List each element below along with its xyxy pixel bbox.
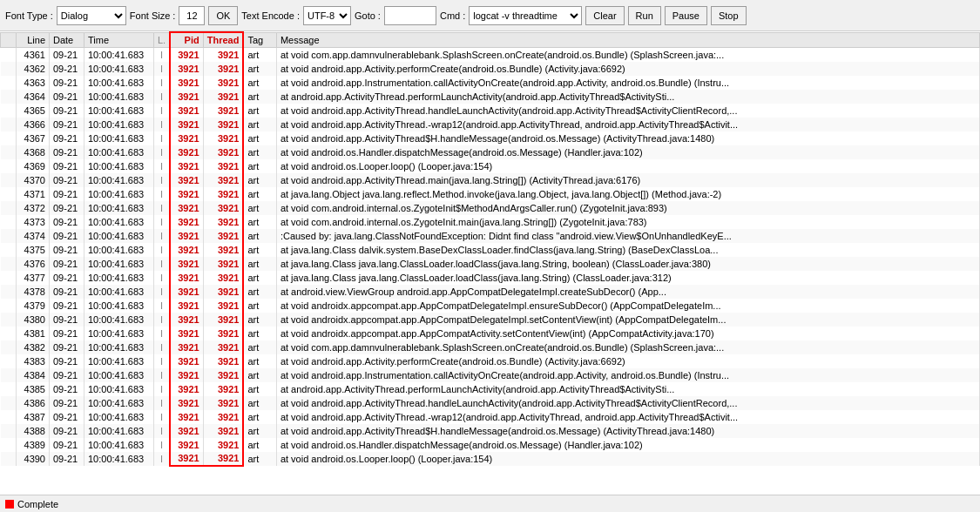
row-level: I <box>154 104 171 118</box>
row-date: 09-21 <box>50 62 84 76</box>
font-type-label: Font Type : <box>5 10 53 21</box>
row-level: I <box>154 173 171 187</box>
row-time: 10:00:41.683 <box>84 452 154 466</box>
row-thread: 3921 <box>203 159 243 173</box>
goto-input[interactable] <box>384 6 436 25</box>
row-message: at java.lang.Object java.lang.reflect.Me… <box>276 187 979 201</box>
row-pid: 3921 <box>170 173 203 187</box>
row-level: I <box>154 131 171 145</box>
row-level: I <box>154 452 171 466</box>
table-row[interactable]: 437509-2110:00:41.683I39213921art at jav… <box>1 243 980 257</box>
table-row[interactable]: 436109-2110:00:41.683I39213921art at voi… <box>1 48 980 62</box>
row-checkbox-cell <box>1 299 17 313</box>
row-checkbox-cell <box>1 424 17 438</box>
row-pid: 3921 <box>170 327 203 340</box>
row-date: 09-21 <box>50 243 84 257</box>
log-container[interactable]: Line Date Time L. Pid Thread Tag Message… <box>0 31 980 495</box>
table-row[interactable]: 438109-2110:00:41.683I39213921art at voi… <box>1 327 980 340</box>
row-date: 09-21 <box>50 48 84 62</box>
row-date: 09-21 <box>50 90 84 104</box>
row-level: I <box>154 229 171 243</box>
row-pid: 3921 <box>170 104 203 118</box>
row-date: 09-21 <box>50 145 84 159</box>
row-time: 10:00:41.683 <box>84 145 154 159</box>
row-line: 4363 <box>17 76 50 90</box>
ok-button[interactable]: OK <box>208 6 238 25</box>
row-thread: 3921 <box>203 201 243 215</box>
table-row[interactable]: 437109-2110:00:41.683I39213921art at jav… <box>1 187 980 201</box>
table-row[interactable]: 437409-2110:00:41.683I39213921art:Caused… <box>1 229 980 243</box>
table-row[interactable]: 437809-2110:00:41.683I39213921art at and… <box>1 285 980 299</box>
font-size-input[interactable] <box>179 6 205 25</box>
table-row[interactable]: 438009-2110:00:41.683I39213921art at voi… <box>1 313 980 327</box>
row-message: at void android.app.ActivityThread$H.han… <box>276 424 979 438</box>
table-row[interactable]: 438609-2110:00:41.683I39213921art at voi… <box>1 396 980 410</box>
row-pid: 3921 <box>170 229 203 243</box>
table-row[interactable]: 438709-2110:00:41.683I39213921art at voi… <box>1 410 980 424</box>
font-type-select[interactable]: Dialog <box>57 6 126 25</box>
row-date: 09-21 <box>50 131 84 145</box>
row-pid: 3921 <box>170 201 203 215</box>
row-thread: 3921 <box>203 396 243 410</box>
clear-button[interactable]: Clear <box>585 6 624 25</box>
row-line: 4388 <box>17 424 50 438</box>
row-level: I <box>154 396 171 410</box>
row-checkbox-cell <box>1 410 17 424</box>
col-header-line: Line <box>17 32 50 48</box>
table-row[interactable]: 437609-2110:00:41.683I39213921art at jav… <box>1 257 980 271</box>
row-date: 09-21 <box>50 104 84 118</box>
row-message: at android.app.ActivityThread.performLau… <box>276 90 979 104</box>
table-row[interactable]: 437909-2110:00:41.683I39213921art at voi… <box>1 299 980 313</box>
table-row[interactable]: 436909-2110:00:41.683I39213921art at voi… <box>1 159 980 173</box>
row-level: I <box>154 215 171 229</box>
row-thread: 3921 <box>203 118 243 131</box>
row-date: 09-21 <box>50 299 84 313</box>
row-checkbox-cell <box>1 313 17 327</box>
row-thread: 3921 <box>203 90 243 104</box>
row-pid: 3921 <box>170 215 203 229</box>
table-row[interactable]: 438809-2110:00:41.683I39213921art at voi… <box>1 424 980 438</box>
run-button[interactable]: Run <box>628 6 661 25</box>
table-row[interactable]: 436609-2110:00:41.683I39213921art at voi… <box>1 118 980 131</box>
row-line: 4390 <box>17 452 50 466</box>
table-row[interactable]: 437009-2110:00:41.683I39213921art at voi… <box>1 173 980 187</box>
row-pid: 3921 <box>170 187 203 201</box>
row-message: at void android.os.Handler.dispatchMessa… <box>276 145 979 159</box>
table-row[interactable]: 439009-2110:00:41.683I39213921art at voi… <box>1 452 980 466</box>
log-table: Line Date Time L. Pid Thread Tag Message… <box>0 31 980 467</box>
row-pid: 3921 <box>170 90 203 104</box>
row-tag: art <box>243 285 276 299</box>
table-row[interactable]: 436509-2110:00:41.683I39213921art at voi… <box>1 104 980 118</box>
row-level: I <box>154 145 171 159</box>
row-level: I <box>154 327 171 340</box>
table-row[interactable]: 436309-2110:00:41.683I39213921art at voi… <box>1 76 980 90</box>
row-pid: 3921 <box>170 159 203 173</box>
stop-button[interactable]: Stop <box>711 6 747 25</box>
table-row[interactable]: 437209-2110:00:41.683I39213921art at voi… <box>1 201 980 215</box>
table-row[interactable]: 436209-2110:00:41.683I39213921art at voi… <box>1 62 980 76</box>
row-tag: art <box>243 173 276 187</box>
row-line: 4370 <box>17 173 50 187</box>
row-tag: art <box>243 382 276 396</box>
row-line: 4379 <box>17 299 50 313</box>
row-time: 10:00:41.683 <box>84 118 154 131</box>
pause-button[interactable]: Pause <box>665 6 707 25</box>
row-pid: 3921 <box>170 76 203 90</box>
table-row[interactable]: 438309-2110:00:41.683I39213921art at voi… <box>1 354 980 368</box>
table-row[interactable]: 436409-2110:00:41.683I39213921art at and… <box>1 90 980 104</box>
row-date: 09-21 <box>50 173 84 187</box>
row-time: 10:00:41.683 <box>84 327 154 340</box>
table-row[interactable]: 438209-2110:00:41.683I39213921art at voi… <box>1 340 980 354</box>
table-row[interactable]: 437309-2110:00:41.683I39213921art at voi… <box>1 215 980 229</box>
row-line: 4387 <box>17 410 50 424</box>
table-row[interactable]: 438909-2110:00:41.683I39213921art at voi… <box>1 438 980 452</box>
row-line: 4389 <box>17 438 50 452</box>
text-encode-select[interactable]: UTF-8 <box>303 6 351 25</box>
table-row[interactable]: 438409-2110:00:41.683I39213921art at voi… <box>1 368 980 382</box>
table-row[interactable]: 436809-2110:00:41.683I39213921art at voi… <box>1 145 980 159</box>
cmd-select[interactable]: logcat -v threadtime <box>469 6 582 25</box>
table-row[interactable]: 436709-2110:00:41.683I39213921art at voi… <box>1 131 980 145</box>
table-row[interactable]: 438509-2110:00:41.683I39213921art at and… <box>1 382 980 396</box>
row-date: 09-21 <box>50 257 84 271</box>
table-row[interactable]: 437709-2110:00:41.683I39213921art at jav… <box>1 271 980 285</box>
